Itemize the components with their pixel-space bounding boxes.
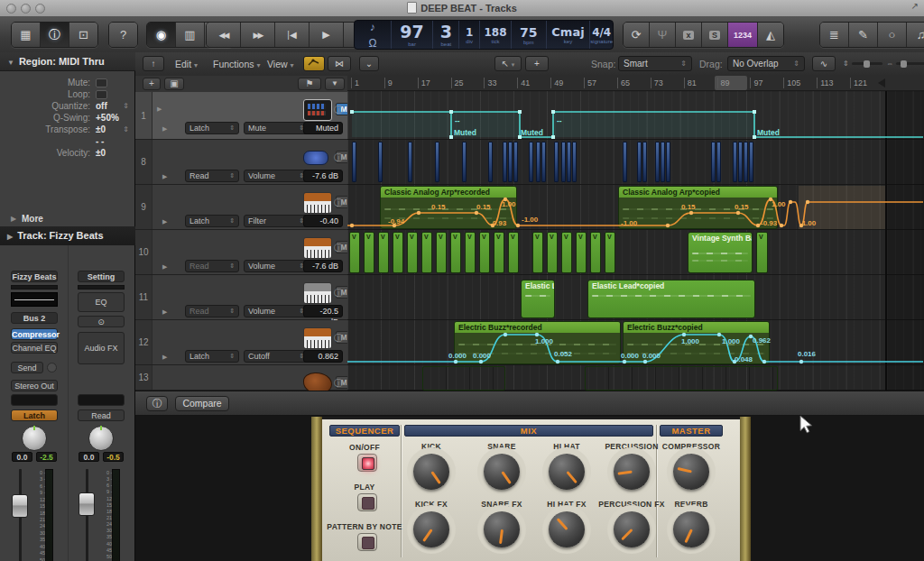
secondary-tool-button[interactable]: + — [525, 56, 549, 71]
loop-region[interactable]: V — [605, 232, 615, 273]
play-button[interactable]: ▶ — [310, 23, 344, 47]
midi-region[interactable]: Classic Analog Arp*copied — [618, 186, 778, 229]
region-filter-button[interactable]: ⌄ — [359, 56, 379, 71]
pointer-tool-button[interactable]: ↖ ▾ — [494, 56, 522, 71]
track-header[interactable]: 8MSIFem…bpmⓘ▶Read⇕Volume⇕-7.6 dB — [135, 140, 347, 185]
track-lane[interactable] — [347, 140, 924, 185]
track-header[interactable]: 11MSRElastic Leadⓘ▶Read⇕Volume⇕-20.5 dB — [135, 275, 347, 320]
track-info-icon[interactable]: ⓘ — [334, 377, 343, 390]
knob-percussion-fx[interactable] — [607, 505, 656, 554]
more-row[interactable]: ▶ More — [0, 213, 135, 225]
loop-region[interactable]: V — [479, 232, 490, 273]
loop-region[interactable]: V — [494, 232, 504, 273]
pan-value[interactable]: 0.0 — [79, 452, 99, 462]
view-menu[interactable]: View ▾ — [267, 57, 294, 71]
functions-menu[interactable]: Functions ▾ — [213, 57, 260, 71]
track-icon-keys[interactable] — [303, 327, 332, 349]
loop-region[interactable]: V — [407, 232, 418, 273]
region-param-value[interactable]: ±0 — [96, 147, 106, 159]
track-info-icon[interactable]: ⓘ — [334, 332, 343, 345]
automation-param-popup[interactable]: Volume⇕ — [244, 305, 309, 317]
audio-fx-slot[interactable]: Audio FX — [78, 332, 125, 364]
track-info-icon[interactable]: ⓘ — [334, 152, 343, 164]
media-browser-button[interactable]: ♫ — [907, 23, 924, 47]
midi-region[interactable]: Electric Buzz*recorded — [454, 321, 621, 364]
automation-value-box[interactable]: 0.862 — [303, 350, 343, 363]
track-header[interactable]: 10MSRVinta…Bassⓘ▶Read⇕Volume⇕-7.6 dB — [135, 230, 347, 275]
pan-knob[interactable] — [22, 426, 47, 451]
track-info-icon[interactable]: ⓘ — [334, 287, 343, 299]
insert-channel-eq[interactable]: Channel EQ — [11, 342, 58, 354]
loop-region[interactable]: V — [421, 232, 432, 273]
track-header[interactable]: 9MSRWav…Bassⓘ▶Latch⇕Filter⇕-0.40 — [135, 185, 347, 230]
solo-button[interactable]: S — [702, 23, 728, 47]
loop-region[interactable]: V — [508, 232, 519, 273]
midi-region[interactable] — [585, 366, 778, 391]
help-button[interactable]: ? — [109, 23, 137, 47]
snap-popup[interactable]: Smart⇕ — [618, 56, 692, 71]
track-icon-keys2[interactable] — [303, 282, 332, 304]
automation-disclosure-icon[interactable]: ▶ — [162, 308, 167, 316]
note-pads-button[interactable]: ✎ — [849, 23, 878, 47]
smart-controls-button[interactable]: ◉ — [147, 23, 176, 47]
quick-help-button[interactable]: ⊡ — [69, 23, 97, 47]
loop-region[interactable]: V — [532, 232, 543, 273]
automation-value-box[interactable]: -0.40 — [303, 215, 343, 227]
automation-mode-popup[interactable]: Latch⇕ — [185, 122, 239, 134]
knob-hi-hat[interactable] — [542, 447, 591, 496]
edit-menu[interactable]: Edit ▾ — [175, 57, 198, 71]
waveform-zoom-button[interactable]: ∿ — [812, 56, 836, 71]
input-slot[interactable]: Bus 2 — [11, 312, 58, 324]
automation-mode-popup[interactable]: Latch⇕ — [185, 350, 239, 363]
strip-setting-button[interactable]: Setting — [78, 271, 125, 282]
loop-browser-button[interactable]: ○ — [878, 23, 907, 47]
knob-snare[interactable] — [477, 447, 526, 496]
fullscreen-icon[interactable]: ↗ — [911, 1, 919, 11]
output-slot[interactable]: Stereo Out — [11, 380, 58, 391]
automation-param-popup[interactable]: Cutoff⇕ — [244, 350, 309, 363]
list-editors-button[interactable]: ≣ — [820, 23, 849, 47]
disclosure-icon[interactable]: ▶ — [157, 106, 162, 113]
eq-slot[interactable]: EQ — [78, 292, 125, 312]
rewind-button[interactable]: ◀◀ — [207, 23, 241, 47]
vertical-zoom-slider[interactable]: ⇕ — [843, 60, 882, 68]
library-button[interactable]: ▦ — [12, 23, 41, 47]
automation-toggle-button[interactable] — [303, 56, 325, 71]
automation-disclosure-icon[interactable]: ▶ — [162, 125, 167, 133]
automation-disclosure-icon[interactable]: ▶ — [162, 263, 167, 271]
track-header[interactable]: 13MSRStrin…mbleⓘ — [135, 365, 347, 391]
bar-ruler[interactable]: 191725334149576573818997105113121 — [347, 76, 924, 91]
track-icon-keys[interactable] — [303, 192, 332, 214]
loop-region[interactable]: V — [465, 232, 476, 273]
hzoom-thumb[interactable] — [901, 60, 907, 68]
stepper-icon[interactable]: ⇕ — [123, 124, 129, 135]
midi-region[interactable]: Elastic L — [521, 280, 555, 318]
plugin-on-off-button[interactable] — [357, 454, 377, 472]
plugin-pattern-by-note-button[interactable] — [357, 533, 377, 551]
automation-mode-button[interactable]: Read — [78, 409, 125, 421]
region-param-value[interactable]: ±0 — [96, 124, 106, 135]
knob-snare-fx[interactable] — [477, 505, 526, 554]
automation-param-popup[interactable]: Mute⇕ — [244, 122, 309, 134]
track-lane[interactable] — [347, 230, 924, 275]
track-icon-audio[interactable] — [303, 151, 328, 165]
automation-mode-popup[interactable]: Latch⇕ — [185, 215, 239, 227]
count-in-button[interactable]: 1234 — [728, 23, 758, 47]
add-track-button[interactable]: + — [143, 78, 161, 90]
inspector-button[interactable]: ⓘ — [41, 23, 69, 47]
automation-value-box[interactable]: -7.6 dB — [303, 170, 343, 182]
input-slot[interactable]: ⊙ — [78, 316, 125, 327]
automation-mode-button[interactable]: Latch — [11, 409, 58, 421]
midi-region[interactable]: Vintage Synth Bas — [688, 232, 753, 273]
track-info-icon[interactable]: ⓘ — [334, 104, 343, 116]
gain-value[interactable]: -2.5 — [36, 452, 57, 462]
hide-tracks-button[interactable]: ▼ — [325, 78, 345, 90]
automation-value-box[interactable]: Muted — [303, 122, 343, 134]
region-param-value[interactable]: +50% — [96, 112, 119, 124]
knob-compressor[interactable] — [667, 447, 716, 496]
track-info-icon[interactable]: ⓘ — [334, 242, 343, 254]
automation-param-popup[interactable]: Volume⇕ — [244, 170, 309, 182]
volume-fader[interactable] — [12, 494, 28, 518]
param-checkbox[interactable] — [96, 90, 107, 99]
flex-button[interactable]: ⋈ — [328, 56, 351, 71]
